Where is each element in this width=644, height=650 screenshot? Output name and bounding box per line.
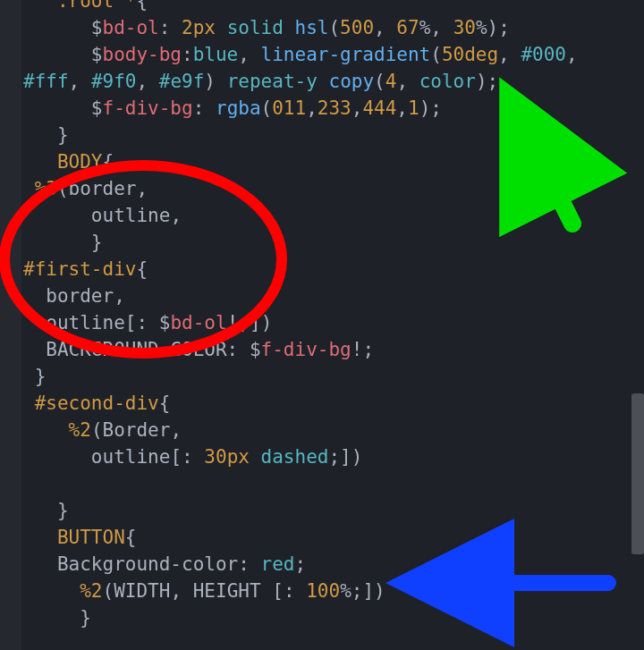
code-editor-content[interactable]: :root *{ $bd-ol: 2px solid hsl(500, 67%,… bbox=[23, 0, 578, 631]
scrollbar-track[interactable] bbox=[631, 0, 644, 650]
editor-gutter bbox=[0, 0, 21, 650]
scrollbar-thumb[interactable] bbox=[631, 393, 644, 554]
